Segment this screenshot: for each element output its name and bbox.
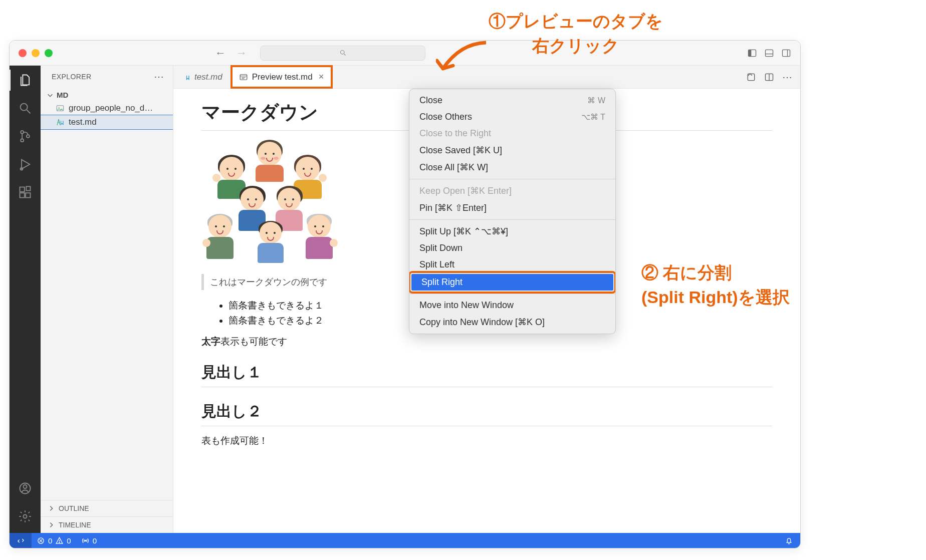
preview-paragraph: 太字表示も可能です [201,335,772,348]
svg-rect-17 [26,186,30,190]
menu-move-new-window[interactable]: Move into New Window [409,297,615,314]
layout-sidebar-right-icon[interactable] [781,48,791,58]
menu-label: Close Others [419,112,472,122]
explorer-title: EXPLORER [52,73,91,81]
menu-close-saved[interactable]: Close Saved [⌘K U] [409,142,615,159]
activity-settings[interactable] [18,509,33,524]
menu-label: Split Left [419,259,454,270]
tab-preview[interactable]: Preview test.md × [231,66,332,88]
menu-pin[interactable]: Pin [⌘K ⇧Enter] [409,199,615,216]
editor-more-button[interactable]: ⋯ [782,71,792,83]
menu-label: Split Right [421,277,462,288]
tree-folder-label: MD [57,91,68,99]
tab-label: Preview test.md [252,72,313,82]
menu-close[interactable]: Close ⌘ W [409,92,615,109]
explorer-header: EXPLORER ⋯ [41,66,173,88]
close-window-button[interactable] [19,49,27,57]
bell-icon [785,536,793,545]
antenna-icon [81,536,90,545]
maximize-window-button[interactable] [45,49,53,57]
svg-rect-4 [766,50,773,56]
menu-split-left[interactable]: Split Left [409,256,615,273]
menu-split-up[interactable]: Split Up [⌘K ⌃⌥⌘¥] [409,223,615,240]
activity-search[interactable] [18,101,33,116]
status-notifications[interactable] [780,536,800,545]
layout-sidebar-left-icon[interactable] [747,48,757,58]
svg-point-10 [21,131,24,134]
titlebar-layout-controls [747,48,791,58]
menu-label: Close [419,95,442,106]
status-warning-count: 0 [67,536,71,545]
explorer-more-button[interactable]: ⋯ [154,71,164,83]
split-editor-icon[interactable] [764,72,774,82]
tabbar-actions: ⋯ [738,66,800,88]
menu-shortcut: ⌘ W [587,96,605,105]
menu-label: Keep Open [⌘K Enter] [419,185,512,196]
file-tree: MD group_people_no_d… test.md [41,88,173,500]
layout-panel-icon[interactable] [764,48,774,58]
tree-file-label: group_people_no_d… [69,103,153,113]
activity-source-control[interactable] [18,129,33,144]
chevron-down-icon [47,92,54,99]
tree-file-image[interactable]: group_people_no_d… [41,101,173,115]
menu-label: Pin [⌘K ⇧Enter] [419,202,487,213]
svg-line-9 [27,110,31,114]
sidebar-section-label: OUTLINE [59,504,89,512]
activity-run-debug[interactable] [18,157,33,172]
nav-forward-button[interactable]: → [236,47,247,60]
explorer-sidebar: EXPLORER ⋯ MD group_people_no_d… [41,66,173,533]
menu-label: Split Down [419,243,462,253]
sidebar-timeline[interactable]: TIMELINE [41,516,173,533]
search-icon [339,49,347,57]
annotation-2: ② 右に分割 (Split Right)を選択 [641,260,790,310]
activity-explorer[interactable] [18,73,33,88]
status-problems[interactable]: 0 0 [32,536,76,545]
svg-point-0 [340,51,344,55]
preview-paragraph: 表も作成可能！ [201,434,772,447]
menu-copy-new-window[interactable]: Copy into New Window [⌘K O] [409,314,615,331]
svg-point-19 [24,485,27,488]
markdown-file-icon [181,73,190,82]
tab-context-menu: Close ⌘ W Close Others ⌥⌘ T Close to the… [409,89,616,334]
remote-indicator[interactable] [10,533,32,548]
tree-file-label: test.md [69,117,97,127]
tree-folder-root[interactable]: MD [41,89,173,101]
status-ports-count: 0 [93,536,97,545]
menu-shortcut: ⌥⌘ T [581,112,605,122]
menu-label: Close All [⌘K W] [419,162,488,173]
menu-separator [409,219,615,220]
sidebar-outline[interactable]: OUTLINE [41,500,173,516]
tab-close-button[interactable]: × [319,72,324,82]
preview-h2: 見出し１ [201,362,772,387]
annotation-1: ①プレビューのタブを 右クリック [489,9,663,59]
menu-label: Copy into New Window [⌘K O] [419,317,545,328]
menu-close-all[interactable]: Close All [⌘K W] [409,159,615,176]
window-controls [19,49,53,57]
activity-bar [10,66,41,533]
nav-back-button[interactable]: ← [215,47,226,60]
tab-testmd[interactable]: test.md [173,66,231,88]
svg-line-1 [344,54,345,55]
menu-close-right: Close to the Right [409,125,615,142]
status-error-count: 0 [48,536,52,545]
tree-file-md[interactable]: test.md [41,115,173,129]
svg-point-8 [21,104,28,111]
minimize-window-button[interactable] [32,49,40,57]
annotation-arrow [436,38,491,85]
sidebar-section-label: TIMELINE [59,521,91,529]
show-source-icon[interactable] [746,72,756,82]
chevron-right-icon [48,505,55,512]
svg-rect-14 [20,187,25,192]
svg-rect-23 [240,74,247,80]
svg-rect-15 [20,193,25,197]
status-ports[interactable]: 0 [76,536,102,545]
menu-split-down[interactable]: Split Down [409,240,615,256]
command-center[interactable] [260,46,425,61]
titlebar: ← → [10,41,800,66]
menu-label: Split Up [⌘K ⌃⌥⌘¥] [419,226,508,237]
menu-separator [409,179,615,179]
menu-split-right[interactable]: Split Right [411,274,613,291]
menu-close-others[interactable]: Close Others ⌥⌘ T [409,109,615,125]
activity-accounts[interactable] [18,481,33,496]
activity-extensions[interactable] [18,185,33,200]
